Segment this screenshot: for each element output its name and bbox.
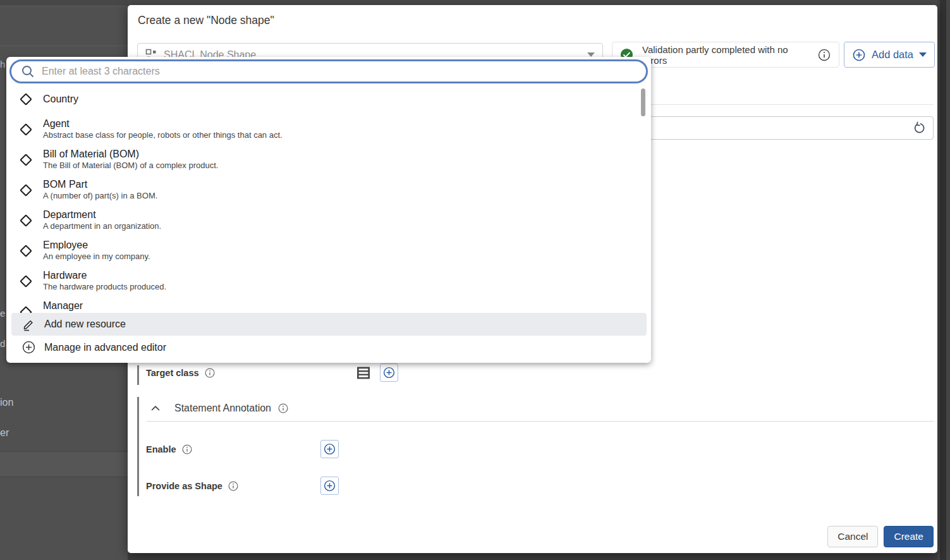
add-data-button[interactable]: Add data xyxy=(844,42,935,68)
list-view-icon[interactable] xyxy=(355,365,372,381)
class-diamond-icon xyxy=(15,88,37,110)
add-data-label: Add data xyxy=(872,49,913,61)
class-label: BOM Part xyxy=(43,179,157,190)
info-icon[interactable] xyxy=(228,480,239,492)
section-indicator-bar xyxy=(137,397,139,496)
partial-text: e xyxy=(0,308,5,319)
partial-text: d xyxy=(0,338,5,349)
class-diamond-icon xyxy=(15,210,37,231)
partial-text: er xyxy=(0,427,9,439)
class-description: The hardware products produced. xyxy=(43,282,166,293)
list-item-bill-of-material[interactable]: Bill of Material (BOM)The Bill of Materi… xyxy=(6,145,643,175)
class-diamond-icon xyxy=(15,240,37,262)
field-indicator-bar xyxy=(137,365,139,385)
info-icon[interactable] xyxy=(181,444,193,455)
class-search-dropdown: Country AgentAbstract base class for peo… xyxy=(6,57,651,363)
enable-row: Enable xyxy=(146,440,475,458)
dimmed-background-right xyxy=(937,0,950,560)
dropdown-scrollbar[interactable] xyxy=(641,88,645,116)
add-enable-button[interactable] xyxy=(320,440,339,458)
target-class-row: Target class xyxy=(146,363,475,382)
class-diamond-icon xyxy=(15,301,37,313)
class-diamond-icon xyxy=(15,149,37,171)
validation-status-text: Validation partly completed with no erro… xyxy=(642,44,808,66)
list-item-hardware[interactable]: HardwareThe hardware products produced. xyxy=(6,266,643,296)
create-button[interactable]: Create xyxy=(884,526,934,547)
backdrop-row-band xyxy=(0,451,128,477)
target-class-label: Target class xyxy=(146,368,199,378)
class-description: A department in an organization. xyxy=(43,221,161,232)
class-diamond-icon xyxy=(15,119,37,140)
dropdown-actions: Add new resource Manage in advanced edit… xyxy=(6,313,651,359)
dialog-footer: Cancel Create xyxy=(827,526,934,547)
dimmed-background-bottom xyxy=(128,553,937,560)
info-icon[interactable] xyxy=(204,367,216,379)
background-scrollbar xyxy=(940,0,946,560)
info-icon[interactable] xyxy=(277,403,289,414)
chevron-down-icon xyxy=(587,52,595,57)
chevron-down-icon xyxy=(919,52,927,57)
class-diamond-icon xyxy=(15,271,37,292)
manage-advanced-editor-label: Manage in advanced editor xyxy=(44,342,166,353)
class-result-list: Country AgentAbstract base class for peo… xyxy=(6,84,643,313)
partial-text: ion xyxy=(0,397,13,408)
class-description: A (number of) part(s) in a BOM. xyxy=(43,191,157,202)
statement-annotation-header: Statement Annotation xyxy=(149,401,465,416)
list-item-employee[interactable]: EmployeeAn employee in my company. xyxy=(6,236,643,266)
list-item-bom-part[interactable]: BOM PartA (number of) part(s) in a BOM. xyxy=(6,175,643,205)
edit-pencil-icon xyxy=(21,317,37,332)
list-item-agent[interactable]: AgentAbstract base class for people, rob… xyxy=(6,114,643,145)
partial-text: h xyxy=(0,59,5,70)
add-provide-as-shape-button[interactable] xyxy=(320,477,339,495)
class-label: Employee xyxy=(43,240,150,251)
list-item-department[interactable]: DepartmentA department in an organizatio… xyxy=(6,205,643,236)
search-input[interactable] xyxy=(42,66,637,77)
cancel-button[interactable]: Cancel xyxy=(827,526,878,547)
class-label: Department xyxy=(43,209,161,221)
search-icon xyxy=(20,64,35,79)
class-description: The Bill of Material (BOM) of a complex … xyxy=(43,161,218,171)
add-target-class-button[interactable] xyxy=(380,363,398,382)
provide-as-shape-label: Provide as Shape xyxy=(146,481,222,491)
manage-advanced-editor-item[interactable]: Manage in advanced editor xyxy=(6,336,651,359)
plus-circle-icon xyxy=(21,340,37,355)
backdrop-divider xyxy=(0,46,128,46)
info-icon[interactable] xyxy=(817,48,831,62)
add-new-resource-item[interactable]: Add new resource xyxy=(11,313,647,336)
class-label: Hardware xyxy=(43,270,166,281)
class-description: Abstract base class for people, robots o… xyxy=(43,130,283,141)
backdrop-top-band xyxy=(0,0,128,6)
class-label: Agent xyxy=(43,118,283,130)
list-item-manager[interactable]: Manager xyxy=(6,296,643,313)
class-search-box[interactable] xyxy=(9,59,648,83)
class-label: Country xyxy=(43,94,78,105)
add-new-resource-label: Add new resource xyxy=(44,319,126,330)
reload-icon[interactable] xyxy=(911,121,927,136)
class-label: Bill of Material (BOM) xyxy=(43,149,218,160)
enable-label: Enable xyxy=(146,444,176,454)
section-divider xyxy=(147,421,934,422)
class-label: Manager xyxy=(43,300,83,312)
statement-annotation-label: Statement Annotation xyxy=(174,403,271,414)
class-diamond-icon xyxy=(15,180,37,201)
class-description: An employee in my company. xyxy=(43,252,150,262)
dialog-title: Create a new "Node shape" xyxy=(138,14,274,27)
list-item-country[interactable]: Country xyxy=(6,84,643,114)
chevron-up-icon[interactable] xyxy=(149,402,162,415)
provide-as-shape-row: Provide as Shape xyxy=(146,477,475,495)
